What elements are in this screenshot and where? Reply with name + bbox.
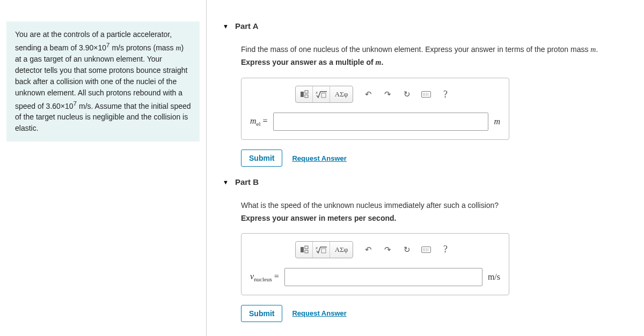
pa-prompt-pre: Find the mass of one nucleus of the unkn… xyxy=(241,45,590,54)
svg-text:x: x xyxy=(316,90,318,95)
undo-button[interactable]: ↶ xyxy=(360,86,376,102)
keyboard-icon xyxy=(421,91,431,98)
help-button[interactable]: ? xyxy=(437,86,453,102)
part-a-answer-box: x ΑΣφ ↶ ↷ ↻ ? mel = m xyxy=(241,78,509,140)
sqrt-button[interactable]: x xyxy=(313,86,330,102)
pa-equals: = xyxy=(261,116,268,125)
mass-var-1: m xyxy=(175,44,181,52)
problem-text-3: ) at a gas target of an unknown element.… xyxy=(15,43,187,110)
pa-lhs-sub: el xyxy=(257,121,261,127)
keyboard-button[interactable] xyxy=(418,86,434,102)
svg-rect-2 xyxy=(305,95,308,98)
part-a-request-answer-link[interactable]: Request Answer xyxy=(292,154,346,162)
pa-inst-var: m xyxy=(376,58,382,66)
problem-statement: You are at the controls of a particle ac… xyxy=(6,21,200,141)
part-b-request-answer-link[interactable]: Request Answer xyxy=(292,309,346,317)
part-b-instruction: Express your answer in meters per second… xyxy=(241,214,628,222)
svg-text:x: x xyxy=(316,245,318,250)
part-a-lhs: mel = xyxy=(250,116,268,127)
greek-button[interactable]: ΑΣφ xyxy=(330,242,353,258)
pa-prompt-var: m xyxy=(590,46,596,54)
help-button[interactable]: ? xyxy=(437,242,453,258)
svg-rect-4 xyxy=(321,93,326,98)
part-a-instruction: Express your answer as a multiple of m. xyxy=(241,58,628,67)
greek-button[interactable]: ΑΣφ xyxy=(330,86,353,102)
svg-rect-0 xyxy=(301,92,304,97)
part-b-answer-box: x ΑΣφ ↶ ↷ ↻ ? vnucleus = m/s xyxy=(241,233,509,295)
part-a-header[interactable]: ▼ Part A xyxy=(223,21,628,31)
chevron-down-icon: ▼ xyxy=(223,179,229,185)
part-b-unit: m/s xyxy=(488,272,500,282)
keyboard-button[interactable] xyxy=(418,242,434,258)
part-a-title: Part A xyxy=(235,21,259,31)
pa-inst-post: . xyxy=(381,58,383,66)
svg-rect-6 xyxy=(305,246,308,249)
pb-equals: = xyxy=(272,272,279,281)
templates-button[interactable] xyxy=(296,86,313,102)
redo-button[interactable]: ↷ xyxy=(379,86,396,102)
problem-text-2: m/s protons (mass xyxy=(110,43,176,52)
reset-button[interactable]: ↻ xyxy=(399,86,415,102)
pa-inst-pre: Express your answer as a multiple of xyxy=(241,58,376,66)
part-a-input[interactable] xyxy=(273,113,489,131)
redo-button[interactable]: ↷ xyxy=(379,242,396,258)
part-a-submit-button[interactable]: Submit xyxy=(241,150,282,167)
part-b-prompt: What is the speed of the unknown nucleus… xyxy=(241,199,628,211)
part-b-title: Part B xyxy=(235,177,259,186)
sqrt-button[interactable]: x xyxy=(313,242,330,258)
templates-button[interactable] xyxy=(296,242,313,258)
pa-lhs-var: m xyxy=(250,116,257,125)
svg-rect-1 xyxy=(305,91,308,93)
svg-rect-5 xyxy=(301,247,304,252)
part-b-input[interactable] xyxy=(284,268,482,286)
part-a-unit: m xyxy=(494,117,500,126)
svg-rect-7 xyxy=(305,250,308,253)
pb-lhs-sub: nucleus xyxy=(254,276,272,282)
part-a-toolbar: x ΑΣφ ↶ ↷ ↻ ? xyxy=(250,86,500,103)
svg-rect-9 xyxy=(321,249,326,253)
part-b-toolbar: x ΑΣφ ↶ ↷ ↻ ? xyxy=(250,241,500,258)
part-b-submit-button[interactable]: Submit xyxy=(241,305,282,322)
reset-button[interactable]: ↻ xyxy=(399,242,415,258)
chevron-down-icon: ▼ xyxy=(223,23,229,29)
part-b-lhs: vnucleus = xyxy=(250,272,279,282)
undo-button[interactable]: ↶ xyxy=(360,242,376,258)
pa-prompt-post: . xyxy=(596,45,598,54)
keyboard-icon xyxy=(421,247,431,253)
part-b-header[interactable]: ▼ Part B xyxy=(223,177,628,186)
part-a-prompt: Find the mass of one nucleus of the unkn… xyxy=(241,43,628,56)
